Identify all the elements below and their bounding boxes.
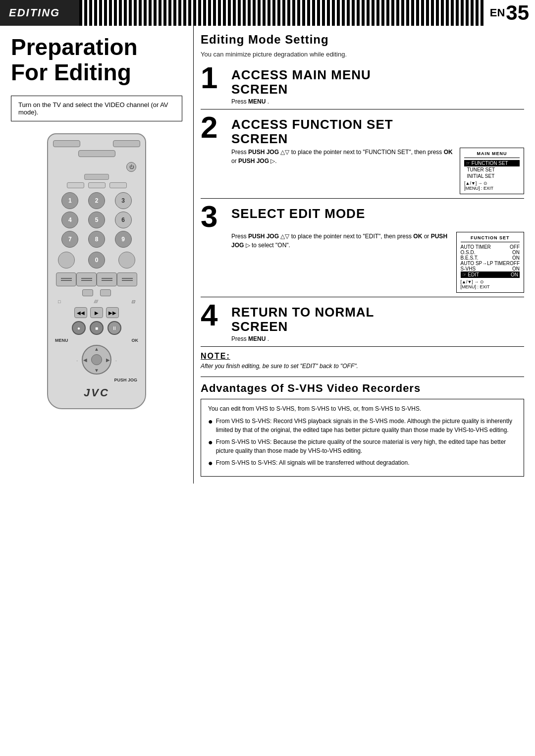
- remote-display: [53, 174, 140, 180]
- remote-top-buttons: [53, 140, 140, 147]
- vol-line-top: [61, 278, 72, 279]
- page-number: EN35: [484, 0, 535, 26]
- vol-line-top3: [102, 278, 112, 279]
- remote-side-right: [118, 252, 135, 269]
- step-4-header: 4 RETURN TO NORMALSCREEN: [201, 302, 524, 333]
- advantages-intro: You can edit from VHS to S-VHS, from S-V…: [208, 404, 517, 414]
- nav-right-arrow: ▶: [106, 357, 110, 363]
- screen-3-item-3: B.E.S.T.ON: [461, 255, 520, 261]
- remote-image: ⏻ 1 2 3 4 5: [11, 133, 182, 409]
- step-1-header: 1 ACCESS MAIN MENUSCREEN: [201, 65, 524, 96]
- advantages-box: You can edit from VHS to S-VHS, from S-V…: [201, 399, 524, 476]
- numpad-8: 8: [88, 231, 105, 248]
- nav-center: [91, 354, 102, 365]
- indicator-far-right: ⊟: [131, 299, 135, 304]
- editing-mode-title: Editing Mode Setting: [201, 33, 524, 47]
- remote-top-btn-left: [53, 140, 80, 147]
- screen-3-arrow: [▲/▼] → ⊙[MENU] : EXIT: [461, 279, 520, 289]
- remote-misc-row: [53, 289, 140, 296]
- step-3-body: Press PUSH JOG △▽ to place the pointer n…: [201, 232, 524, 293]
- bullet-dot-3: ●: [208, 458, 213, 468]
- right-column: Editing Mode Setting You can minimize pi…: [193, 26, 535, 484]
- numpad-5: 5: [88, 212, 105, 228]
- remote-numpad: 1 2 3 4 5 6 7 8 9: [53, 192, 140, 248]
- note-text: After you finish editing, be sure to set…: [201, 363, 524, 370]
- screen-2-item-3: INITIAL SET: [464, 173, 520, 179]
- bullet-3: ● From S-VHS to S-VHS: All signals will …: [208, 458, 517, 468]
- step-2-title: ACCESS FUNCTION SETSCREEN: [231, 117, 393, 146]
- ffwd-btn: ▶▶: [106, 307, 119, 318]
- remote-transport: ◀◀ ▶ ▶▶: [53, 307, 140, 318]
- jvc-logo: JVC: [53, 386, 140, 399]
- step-2-number: 2: [201, 114, 226, 141]
- vol-btn-1: [56, 272, 76, 286]
- bullet-text-2: From S-VHS to VHS: Because the picture q…: [216, 437, 517, 455]
- bullet-dot-1: ●: [208, 417, 213, 434]
- screen-2-item-2: TUNER SET: [464, 166, 520, 173]
- header-stripe: [79, 0, 484, 26]
- screen-3-item-5: S-VHSON: [461, 266, 520, 271]
- screen-3-item-4: AUTO SP→LP TIMEROFF: [461, 261, 520, 266]
- step-3-number: 3: [201, 204, 226, 230]
- numpad-4: 4: [61, 212, 78, 228]
- page-header: EDITING EN35: [0, 0, 535, 26]
- remote-side-left: [58, 252, 75, 269]
- vol-line-bot2: [81, 280, 92, 281]
- nav-circle: ▲ ▼ ◀ ▶: [82, 345, 111, 375]
- remote-indicators: □ /// ⊟: [53, 299, 140, 304]
- vol-line-top2: [81, 278, 92, 279]
- vol-btn-2: [76, 272, 97, 286]
- remote-top-btn-center: [78, 150, 115, 157]
- note-block: NOTE: After you finish editing, be sure …: [201, 352, 524, 370]
- rewind-btn: ◀◀: [74, 307, 87, 318]
- remote-nav-area: . ▲ ▼ ◀ ▶ .: [53, 345, 140, 375]
- vol-line-bot4: [122, 280, 133, 281]
- bullet-2: ● From S-VHS to VHS: Because the picture…: [208, 437, 517, 455]
- step-3-block: 3 SELECT EDIT MODE Press PUSH JOG △▽ to …: [201, 204, 524, 297]
- record-btn: ●: [72, 321, 86, 335]
- remote-small-btn-2: [88, 182, 106, 188]
- bullet-text-1: From VHS to S-VHS: Record VHS playback s…: [216, 417, 517, 434]
- editing-mode-desc: You can minimize picture degradation whi…: [201, 51, 524, 58]
- remote-menu-ok-row: MENU OK: [53, 338, 140, 343]
- nav-left-arrow: ◀: [83, 357, 87, 363]
- vol-line-bot: [61, 280, 72, 281]
- step-3-screen: FUNCTION SET AUTO TIMEROFF O.S.D.ON B.E.…: [456, 232, 524, 293]
- step-2-text: Press PUSH JOG △▽ to place the pointer n…: [231, 148, 455, 194]
- ok-label: OK: [132, 338, 139, 343]
- step-2-body: Press PUSH JOG △▽ to place the pointer n…: [201, 148, 524, 194]
- info-box: Turn on the TV and select the VIDEO chan…: [11, 96, 182, 121]
- remote-small-btns: [53, 182, 140, 188]
- step-2-block: 2 ACCESS FUNCTION SETSCREEN Press PUSH J…: [201, 114, 524, 199]
- nav-down-arrow: ▼: [94, 368, 99, 373]
- step-3-title: SELECT EDIT MODE: [231, 207, 365, 221]
- step-4-block: 4 RETURN TO NORMALSCREEN Press MENU .: [201, 302, 524, 347]
- numpad-6: 6: [115, 212, 132, 228]
- misc-btn-1: [82, 289, 93, 296]
- remote-big-btns: ● ■ ⏸: [53, 321, 140, 335]
- vol-line-bot3: [102, 280, 112, 281]
- editing-label: EDITING: [0, 0, 79, 26]
- screen-3-title: FUNCTION SET: [461, 235, 520, 242]
- step-4-body: Press MENU .: [201, 335, 524, 342]
- remote-power-btn: ⏻: [126, 162, 136, 172]
- remote-top-btn-right: [113, 140, 140, 147]
- bullet-dot-2: ●: [208, 437, 213, 455]
- remote-small-btn-3: [109, 182, 127, 188]
- screen-3-item-2: O.S.D.ON: [461, 250, 520, 255]
- stop-btn: ■: [90, 321, 104, 335]
- numpad-1: 1: [61, 192, 78, 209]
- remote-zero-row: 0: [53, 252, 140, 269]
- numpad-0: 0: [88, 252, 105, 269]
- step-2-header: 2 ACCESS FUNCTION SETSCREEN: [201, 114, 524, 146]
- screen-3-item-1: AUTO TIMEROFF: [461, 244, 520, 250]
- vol-btn-4: [117, 272, 137, 286]
- nav-up-arrow: ▲: [94, 346, 99, 352]
- vol-btn-3: [97, 272, 117, 286]
- numpad-2: 2: [88, 192, 105, 209]
- step-1-body: Press MENU .: [201, 98, 524, 105]
- step-1-number: 1: [201, 65, 226, 91]
- menu-label: MENU: [55, 338, 68, 343]
- bullet-text-3: From S-VHS to S-VHS: All signals will be…: [216, 458, 410, 468]
- step-4-title: RETURN TO NORMALSCREEN: [231, 305, 374, 333]
